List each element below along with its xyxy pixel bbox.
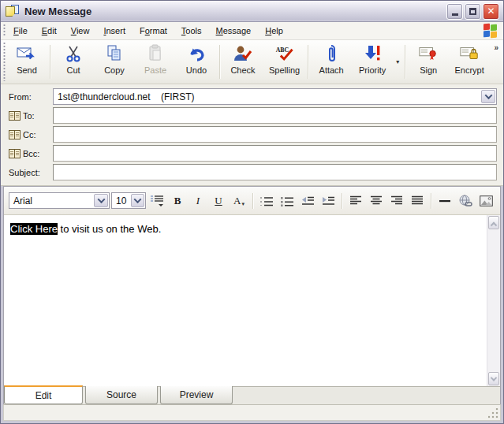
maximize-button[interactable] bbox=[465, 3, 481, 20]
bcc-input[interactable] bbox=[53, 145, 497, 162]
align-center-button[interactable] bbox=[367, 192, 386, 210]
selected-text[interactable]: Click Here bbox=[10, 223, 58, 235]
scroll-down-button[interactable] bbox=[488, 372, 499, 385]
menubar-grip[interactable] bbox=[1, 24, 6, 37]
send-button[interactable]: Send bbox=[6, 40, 47, 84]
cc-input[interactable] bbox=[53, 126, 497, 143]
subject-label: Subject: bbox=[9, 168, 53, 177]
align-left-button[interactable] bbox=[346, 192, 365, 210]
scroll-up-button[interactable] bbox=[488, 216, 499, 229]
address-book-icon bbox=[9, 111, 21, 121]
cut-button[interactable]: Cut bbox=[53, 40, 94, 84]
hyperlink-globe-icon bbox=[458, 195, 472, 207]
window-title: New Message bbox=[24, 6, 446, 17]
font-color-icon: A bbox=[233, 195, 241, 207]
encrypt-button[interactable]: Encrypt bbox=[449, 40, 490, 84]
font-name-combobox[interactable]: Arial bbox=[9, 192, 110, 209]
cut-icon bbox=[63, 43, 84, 64]
attach-button[interactable]: Attach bbox=[311, 40, 352, 84]
priority-dropdown-arrow[interactable]: ▾ bbox=[393, 58, 402, 65]
to-input[interactable] bbox=[53, 107, 497, 124]
toolbar-separator bbox=[308, 45, 308, 79]
send-icon bbox=[17, 43, 37, 64]
spelling-icon: ABC bbox=[274, 43, 295, 64]
align-center-icon bbox=[370, 195, 383, 206]
address-book-icon bbox=[9, 130, 21, 139]
increase-indent-icon bbox=[321, 195, 335, 206]
bold-button[interactable]: B bbox=[168, 192, 187, 210]
paste-icon bbox=[145, 43, 166, 64]
fmt-separator bbox=[431, 193, 431, 209]
svg-text:ABC: ABC bbox=[275, 46, 289, 54]
tab-source[interactable]: Source bbox=[85, 386, 158, 404]
insert-picture-button[interactable] bbox=[476, 192, 495, 210]
maximize-icon bbox=[469, 8, 476, 15]
insert-hyperlink-button[interactable] bbox=[456, 192, 475, 210]
subject-input[interactable] bbox=[53, 164, 497, 180]
decrease-indent-icon bbox=[301, 195, 315, 206]
bullet-list-icon bbox=[281, 195, 294, 206]
menu-format[interactable]: Format bbox=[133, 24, 174, 38]
editor-area: Click Here to visit us on the Web. bbox=[4, 215, 500, 386]
to-label[interactable]: To: bbox=[9, 111, 53, 121]
undo-icon bbox=[186, 43, 207, 64]
justify-button[interactable] bbox=[408, 192, 427, 210]
font-dropdown-button[interactable] bbox=[94, 194, 108, 207]
paragraph-style-icon bbox=[150, 195, 164, 207]
title-bar: New Message ✕ bbox=[1, 1, 503, 22]
undo-button[interactable]: Undo bbox=[176, 40, 217, 84]
toolbar-grip[interactable] bbox=[1, 43, 6, 81]
from-account-combobox[interactable]: 1st@thundercloud.net (FIRST) bbox=[53, 88, 497, 105]
close-button[interactable]: ✕ bbox=[483, 3, 499, 20]
font-size-value: 10 bbox=[112, 195, 130, 206]
priority-icon bbox=[362, 43, 383, 64]
copy-icon bbox=[104, 43, 125, 64]
sign-button[interactable]: Sign bbox=[408, 40, 449, 84]
menu-file[interactable]: File bbox=[6, 24, 35, 38]
subject-row: Subject: bbox=[9, 164, 497, 180]
bcc-row: Bcc: bbox=[9, 145, 497, 162]
decrease-indent-button[interactable] bbox=[298, 192, 317, 210]
menu-bar: File Edit View Insert Format Tools Messa… bbox=[1, 22, 503, 40]
status-bar bbox=[3, 404, 501, 421]
font-size-combobox[interactable]: 10 bbox=[111, 192, 146, 209]
horizontal-line-button[interactable] bbox=[435, 192, 454, 210]
menu-insert[interactable]: Insert bbox=[96, 24, 133, 38]
from-dropdown-button[interactable] bbox=[481, 90, 495, 103]
copy-button[interactable]: Copy bbox=[94, 40, 135, 84]
resize-grip[interactable] bbox=[488, 408, 498, 418]
align-right-icon bbox=[390, 195, 403, 206]
message-window-icon bbox=[6, 5, 20, 17]
tab-edit[interactable]: Edit bbox=[4, 385, 83, 404]
vertical-scrollbar[interactable] bbox=[487, 215, 500, 386]
picture-icon bbox=[480, 195, 493, 206]
spelling-button[interactable]: ABC Spelling bbox=[263, 40, 305, 84]
toolbar-overflow-button[interactable]: » bbox=[494, 43, 498, 52]
menu-edit[interactable]: Edit bbox=[35, 24, 64, 38]
numbered-list-button[interactable] bbox=[257, 192, 276, 210]
size-dropdown-button[interactable] bbox=[131, 194, 144, 207]
increase-indent-button[interactable] bbox=[319, 192, 338, 210]
menu-message[interactable]: Message bbox=[209, 24, 259, 38]
paste-button: Paste bbox=[135, 40, 176, 84]
cc-label[interactable]: Cc: bbox=[9, 130, 53, 139]
tab-preview[interactable]: Preview bbox=[160, 386, 233, 404]
message-body-editor[interactable]: Click Here to visit us on the Web. bbox=[4, 215, 487, 386]
bcc-label[interactable]: Bcc: bbox=[9, 149, 53, 158]
align-right-button[interactable] bbox=[387, 192, 406, 210]
minimize-button[interactable] bbox=[446, 3, 463, 20]
bullet-list-button[interactable] bbox=[278, 192, 297, 210]
paragraph-style-button[interactable] bbox=[147, 192, 166, 210]
menu-tools[interactable]: Tools bbox=[174, 24, 209, 38]
menu-view[interactable]: View bbox=[64, 24, 97, 38]
body-text[interactable]: to visit us on the Web. bbox=[58, 223, 161, 235]
chevron-down-icon: ▾ bbox=[241, 201, 245, 210]
chevron-up-icon bbox=[491, 221, 497, 228]
check-names-button[interactable]: Check bbox=[222, 40, 263, 84]
fmt-separator bbox=[342, 193, 342, 209]
italic-button[interactable]: I bbox=[189, 192, 207, 210]
underline-button[interactable]: U bbox=[209, 192, 228, 210]
font-color-button[interactable]: A ▾ bbox=[230, 192, 248, 210]
priority-button[interactable]: Priority bbox=[352, 40, 393, 84]
menu-help[interactable]: Help bbox=[258, 24, 290, 38]
